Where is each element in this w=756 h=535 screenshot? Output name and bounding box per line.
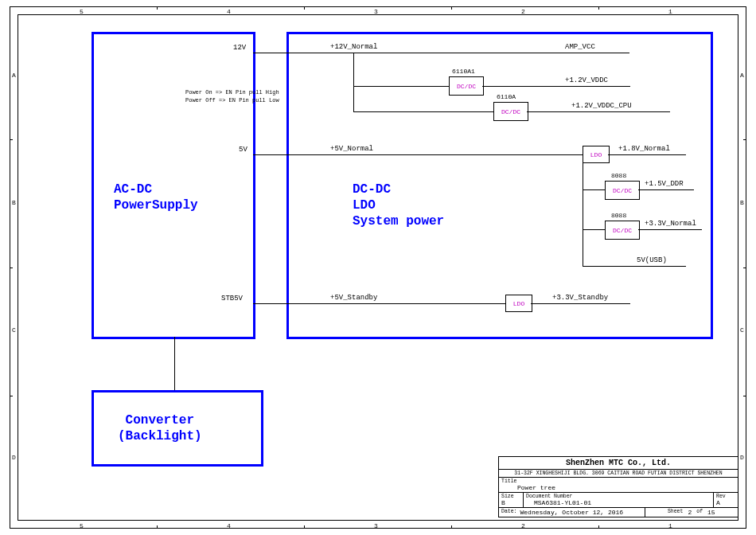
ruler-bot-5: 5 — [80, 522, 84, 529]
wire-15v-ddr — [638, 189, 694, 190]
net-5v-usb: 5V(USB) — [637, 256, 667, 264]
tb-rev: A — [716, 499, 735, 506]
tb-sheet-cur: 2 — [688, 509, 692, 516]
ref-6110a1: 6110A1 — [452, 68, 475, 75]
dcdc-line2: LDO — [353, 198, 376, 213]
tb-title-lbl: Title — [501, 478, 735, 484]
block-dcdc-label: DC-DC LDO System power — [353, 182, 444, 229]
ruler-bot-1: 1 — [668, 522, 672, 529]
dcdc-line3: System power — [353, 214, 444, 228]
conv-line1: Converter — [126, 413, 194, 428]
rail-stb5v: STB5V — [221, 295, 243, 303]
comp-dcdc-8088b: DC/DC — [605, 221, 640, 240]
wire-to-8088b — [583, 229, 605, 230]
note-power-on: Power On => EN Pin pull High — [185, 89, 279, 96]
tb-rev-lbl: Rev — [716, 494, 735, 499]
ruler-top-5: 5 — [80, 8, 84, 15]
ruler-top-4: 4 — [227, 8, 231, 15]
wire-12vddc-cpu — [527, 111, 670, 112]
ruler-top-3: 3 — [374, 8, 378, 15]
tb-docnum-lbl: Document Number — [526, 494, 711, 499]
ruler-top-1: 1 — [668, 8, 672, 15]
comp-ldo-18v-text: LDO — [590, 151, 602, 158]
comp-ldo-33s-text: LDO — [513, 300, 524, 307]
wire-12v-main — [253, 53, 629, 53]
wire-5v-main — [253, 154, 583, 155]
comp-dcdc-6110a1-text: DC/DC — [457, 83, 476, 90]
ref-6110a: 6110A — [497, 93, 516, 100]
ruler-right-a: A — [740, 72, 744, 79]
ruler-bot-4: 4 — [227, 522, 231, 529]
ruler-bot-3: 3 — [374, 522, 378, 529]
conv-line2: (Backlight) — [118, 429, 202, 443]
block-acdc-label: AC-DC PowerSupply — [114, 182, 198, 213]
ruler-left-a: A — [12, 72, 16, 79]
wire-acdc-to-converter — [174, 337, 175, 390]
net-5v-standby: +5V_Standby — [330, 294, 377, 302]
ruler-right-c: C — [740, 326, 744, 334]
tb-company: ShenZhen MTC Co., Ltd. — [499, 457, 738, 469]
net-12vddc: +1.2V_VDDC — [565, 76, 608, 84]
ruler-left-b: B — [12, 199, 16, 206]
comp-dcdc-8088a: DC/DC — [605, 181, 640, 200]
wire-18v — [608, 154, 686, 155]
wire-to-6110a1 — [353, 86, 449, 87]
note-power-off: Power Off => EN Pin pull Low — [185, 97, 279, 103]
wire-5v-usb — [583, 266, 686, 267]
tb-sheet-of: of — [696, 509, 703, 516]
ruler-left-c: C — [12, 326, 16, 334]
rail-12v: 12V — [233, 44, 246, 52]
wire-stb-main — [253, 303, 505, 304]
schematic-page: 5 4 3 2 1 5 4 3 2 1 A B C D A B C D AC-D… — [0, 0, 756, 535]
net-18v-normal: +1.8V_Normal — [618, 145, 670, 153]
wire-12vddc — [482, 86, 630, 87]
ruler-right-b: B — [740, 199, 744, 206]
comp-ldo-33s: LDO — [505, 295, 532, 312]
wire-33v-standby — [531, 303, 630, 304]
net-33v-standby: +3.3V_Standby — [552, 294, 608, 302]
comp-dcdc-8088a-text: DC/DC — [613, 187, 632, 194]
net-amp-vcc: AMP_VCC — [565, 43, 595, 51]
block-converter: Converter (Backlight) — [92, 390, 263, 467]
comp-dcdc-6110a1: DC/DC — [449, 76, 484, 96]
tb-docnum: MSA6381-YL01-01 — [526, 499, 711, 506]
wire-to-6110a — [353, 111, 493, 112]
block-acdc: AC-DC PowerSupply — [92, 32, 255, 339]
dcdc-line1: DC-DC — [353, 182, 391, 197]
tb-size-lbl: Size — [501, 494, 520, 499]
comp-dcdc-8088b-text: DC/DC — [613, 227, 632, 234]
tb-size: B — [501, 499, 520, 506]
ruler-right-d: D — [740, 454, 744, 461]
block-converter-label: Converter (Backlight) — [118, 412, 202, 444]
ruler-bot-2: 2 — [521, 522, 525, 529]
tb-date: Wednesday, October 12, 2016 — [520, 509, 624, 516]
acdc-line2: PowerSupply — [114, 198, 198, 213]
rail-5v: 5V — [239, 146, 247, 154]
ref-8088b: 8088 — [611, 212, 626, 219]
net-12v-normal: +12V_Normal — [330, 43, 377, 51]
tb-address: 31-32F XINGHESHIJI BLDG. 3069 CAITIAN RO… — [499, 470, 738, 477]
net-5v-normal: +5V_Normal — [330, 145, 373, 153]
net-12vddc-cpu: +1.2V_VDDC_CPU — [571, 102, 632, 110]
ref-8088a: 8088 — [611, 172, 626, 179]
net-15v-ddr: +1.5V_DDR — [645, 180, 684, 188]
comp-ldo-18v: LDO — [583, 146, 610, 163]
wire-to-8088a — [583, 189, 605, 190]
comp-dcdc-6110a: DC/DC — [493, 102, 528, 121]
tb-sheet-lbl: Sheet — [668, 509, 684, 516]
wire-33v-normal — [638, 229, 702, 230]
title-block: ShenZhen MTC Co., Ltd. 31-32F XINGHESHIJ… — [498, 456, 738, 517]
tb-title: Power tree — [501, 484, 735, 491]
comp-dcdc-6110a-text: DC/DC — [501, 108, 520, 115]
ruler-top-2: 2 — [521, 8, 525, 15]
wire-5v-bus-v — [583, 154, 583, 266]
ruler-left-d: D — [12, 454, 16, 461]
tb-date-lbl: Date: — [501, 509, 517, 516]
acdc-line1: AC-DC — [114, 182, 152, 197]
wire-12v-branch-v — [353, 53, 354, 111]
net-33v-normal: +3.3V_Normal — [645, 220, 696, 228]
tb-sheet-tot: 15 — [707, 509, 715, 516]
